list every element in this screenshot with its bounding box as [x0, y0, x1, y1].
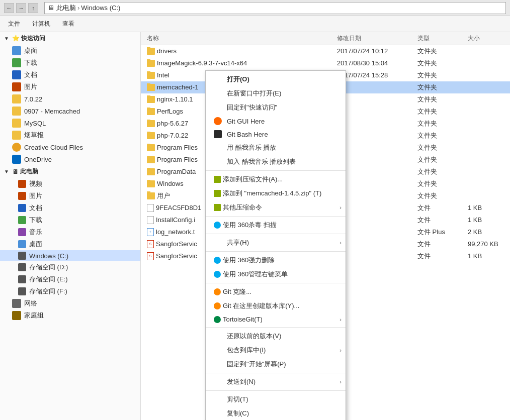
- header-type[interactable]: 类型: [415, 34, 466, 43]
- sidebar-item-onedrive-label: OneDrive: [24, 156, 52, 163]
- ctx-git-clone[interactable]: Git 克隆...: [206, 285, 346, 299]
- sidebar-item-homegroup[interactable]: 家庭组: [0, 309, 140, 322]
- sidebar-item-f-drive[interactable]: 存储空间 (F:): [0, 285, 140, 297]
- ctx-git-gui[interactable]: Git GUI Here: [206, 115, 346, 128]
- cut-icon: [214, 395, 224, 403]
- homegroup-icon: [12, 311, 21, 320]
- ctx-separator-6: [206, 327, 346, 328]
- ctx-pin-quick-access[interactable]: 固定到"快速访问": [206, 100, 346, 115]
- sidebar-item-documents2[interactable]: 文档: [0, 202, 140, 214]
- documents-icon: [12, 70, 21, 79]
- ctx-send-to[interactable]: 发送到(N) ›: [206, 375, 346, 389]
- sidebar-item-downloads[interactable]: 下载: [0, 57, 140, 69]
- ctx-add-to-named-zip[interactable]: 添加到 "memcached-1.4.5.zip" (T): [206, 186, 346, 200]
- 360-manage-icon: [214, 271, 221, 278]
- ctx-kuwo-play[interactable]: 用 酷我音乐 播放: [206, 141, 346, 155]
- restore-icon: [214, 332, 224, 340]
- ctx-other-zip[interactable]: 其他压缩命令 ›: [206, 200, 346, 215]
- ctx-open-new-window[interactable]: 在新窗口中打开(E): [206, 86, 346, 100]
- sidebar-item-video[interactable]: 视频: [0, 178, 140, 190]
- back-button[interactable]: ←: [4, 3, 14, 13]
- file-icon: [147, 216, 154, 224]
- header-name[interactable]: 名称: [145, 34, 335, 43]
- pictures-icon: [12, 82, 21, 91]
- sidebar-item-desktop2-label: 桌面: [29, 240, 42, 249]
- ctx-add-to-zip[interactable]: 添加到压缩文件(A)...: [206, 172, 346, 186]
- toolbar-view-btn[interactable]: 查看: [58, 18, 78, 30]
- sidebar-item-downloads2[interactable]: 下载: [0, 214, 140, 226]
- ctx-360-manage[interactable]: 使用 360管理右键菜单: [206, 267, 346, 281]
- open-icon: [214, 75, 224, 83]
- quick-access-header[interactable]: ▼ ⭐ 快速访问: [0, 32, 140, 45]
- folder-icon: [147, 84, 155, 91]
- sidebar-item-pictures2[interactable]: 图片: [0, 190, 140, 202]
- address-bar[interactable]: 🖥 此电脑 › Windows (C:): [44, 2, 506, 14]
- this-pc-label: 此电脑: [20, 167, 38, 176]
- sidebar-item-d-drive[interactable]: 存储空间 (D:): [0, 261, 140, 273]
- folder-7022-icon: [12, 94, 21, 103]
- music-icon: [18, 228, 26, 236]
- ctx-copy[interactable]: 复制(C): [206, 406, 346, 420]
- ctx-tortoise-git[interactable]: TortoiseGit(T) ›: [206, 313, 346, 326]
- share-icon: [214, 239, 224, 247]
- forward-button[interactable]: →: [16, 3, 26, 13]
- sidebar-item-pictures[interactable]: 图片: [0, 81, 140, 93]
- sidebar-item-memcached[interactable]: 0907 - Memcached: [0, 105, 140, 117]
- ctx-include-in-library[interactable]: 包含到库中(I) ›: [206, 343, 346, 357]
- ctx-restore-previous[interactable]: 还原以前的版本(V): [206, 329, 346, 343]
- sidebar-item-e-drive[interactable]: 存储空间 (E:): [0, 273, 140, 285]
- sidebar-item-tobacco[interactable]: 烟草报: [0, 129, 140, 141]
- file-name-cell: ImageMagick-6.9.3-7-vc14-x64: [145, 59, 335, 67]
- folder-icon: [147, 156, 155, 163]
- sidebar-item-documents[interactable]: 文档: [0, 69, 140, 81]
- 360-scan-icon: [214, 222, 221, 229]
- sidebar-item-c-drive[interactable]: Windows (C:): [0, 250, 140, 261]
- header-size[interactable]: 大小: [466, 34, 506, 43]
- table-row[interactable]: drivers 2017/07/24 10:12 文件夹: [141, 45, 510, 57]
- sendto-submenu-arrow: ›: [339, 379, 342, 385]
- ctx-360-scan[interactable]: 使用 360杀毒 扫描: [206, 218, 346, 232]
- ctx-kuwo-add[interactable]: 加入 酷我音乐 播放列表: [206, 155, 346, 169]
- network-icon: [12, 299, 21, 308]
- ctx-separator-4: [206, 251, 346, 252]
- ctx-separator-3: [206, 234, 346, 234]
- file-icon: +: [147, 228, 154, 236]
- sidebar-item-desktop[interactable]: 桌面: [0, 45, 140, 57]
- this-pc-header[interactable]: ▼ 🖥 此电脑: [0, 165, 140, 178]
- table-row[interactable]: ImageMagick-6.9.3-7-vc14-x64 2017/08/30 …: [141, 57, 510, 69]
- ctx-360-delete[interactable]: 使用 360强力删除: [206, 253, 346, 267]
- ctx-pin-start[interactable]: 固定到"开始"屏幕(P): [206, 357, 346, 371]
- ctx-separator-8: [206, 390, 346, 391]
- ctx-git-create-repo[interactable]: Git 在这里创建版本库(Y)...: [206, 299, 346, 313]
- send-to-icon: [214, 378, 224, 386]
- folder-memcached-icon: [12, 107, 21, 116]
- sidebar-item-video-label: 视频: [29, 179, 42, 188]
- sidebar-item-mysql[interactable]: MySQL: [0, 117, 140, 129]
- sidebar-item-desktop2[interactable]: 桌面: [0, 238, 140, 250]
- header-date[interactable]: 修改日期: [335, 34, 415, 43]
- sidebar-item-onedrive[interactable]: OneDrive: [0, 153, 140, 165]
- up-button[interactable]: ↑: [28, 3, 38, 13]
- sidebar-item-desktop-label: 桌面: [24, 46, 37, 55]
- ctx-git-bash[interactable]: Git Bash Here: [206, 128, 346, 141]
- git-gui-icon: [214, 117, 222, 125]
- sidebar-item-f-drive-label: 存储空间 (F:): [29, 287, 67, 296]
- ctx-separator-2: [206, 216, 346, 217]
- toolbar-computer-btn[interactable]: 计算机: [28, 18, 54, 30]
- kuwo-add-icon: [214, 158, 224, 166]
- documents2-icon: [18, 204, 26, 212]
- sidebar-item-c-drive-label: Windows (C:): [29, 252, 68, 260]
- ctx-cut[interactable]: 剪切(T): [206, 392, 346, 406]
- sidebar-item-music[interactable]: 音乐: [0, 226, 140, 238]
- sidebar-item-creative-cloud[interactable]: Creative Cloud Files: [0, 141, 140, 153]
- address-computer-icon: 🖥: [48, 4, 54, 12]
- sidebar-item-7022[interactable]: 7.0.22: [0, 93, 140, 105]
- ctx-share[interactable]: 共享(H) ›: [206, 236, 346, 250]
- address-segment-2[interactable]: Windows (C:): [81, 4, 120, 12]
- ctx-open[interactable]: 打开(O): [206, 72, 346, 86]
- sidebar-item-network[interactable]: 网络: [0, 297, 140, 309]
- address-segment-1[interactable]: 此电脑: [56, 4, 76, 13]
- pin-icon: [214, 103, 224, 112]
- nav-buttons[interactable]: ← → ↑: [4, 3, 38, 13]
- toolbar-file-btn[interactable]: 文件: [4, 18, 24, 30]
